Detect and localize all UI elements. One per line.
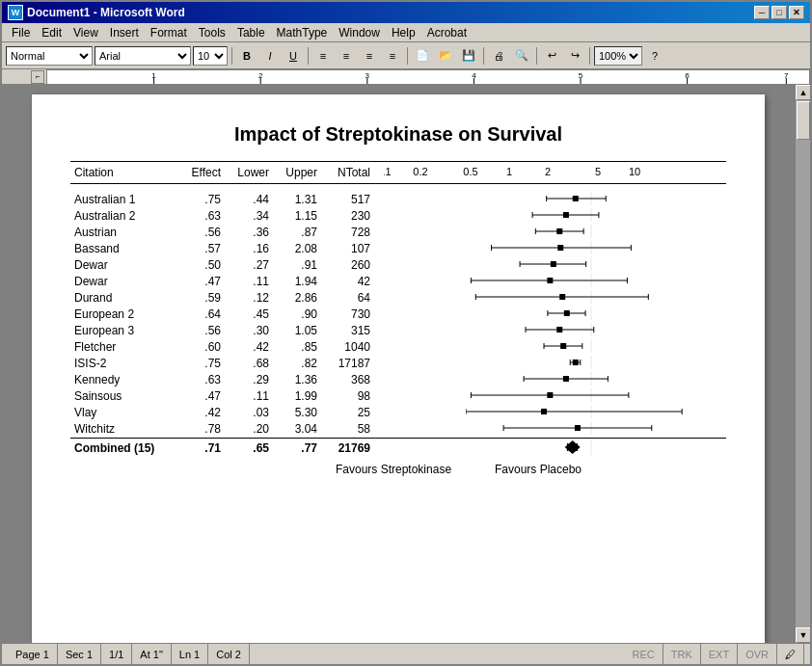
menu-mathtype[interactable]: MathType	[271, 24, 334, 41]
cell-ntotal: 107	[321, 241, 374, 257]
table-header-row: Citation Effect Lower Upper NTotal	[70, 162, 726, 184]
close-button[interactable]: ✕	[789, 6, 804, 19]
font-select[interactable]: Arial	[95, 46, 191, 66]
ruler-inner: 1 2 3 4 5 6 7	[46, 69, 810, 85]
print-preview-button[interactable]: 🔍	[511, 46, 532, 66]
minimize-button[interactable]: ─	[754, 6, 770, 19]
svg-text:0.5: 0.5	[463, 166, 477, 177]
forest-plot-row-svg	[466, 306, 726, 320]
cell-combined-upper: .77	[273, 438, 321, 459]
vertical-scrollbar[interactable]: ▲ ▼	[795, 85, 810, 643]
zoom-select[interactable]: 100%	[594, 46, 642, 66]
cell-lower: .11	[225, 388, 273, 405]
forest-plot-row-svg	[466, 274, 726, 287]
menu-edit[interactable]: Edit	[36, 24, 68, 41]
maximize-button[interactable]: □	[771, 6, 787, 19]
cell-effect: .78	[176, 421, 225, 439]
status-col: Col 2	[208, 644, 250, 664]
cell-citation: Witchitz	[70, 421, 176, 439]
cell-lower: .12	[225, 290, 273, 306]
open-button[interactable]: 📂	[435, 46, 456, 66]
menu-tools[interactable]: Tools	[193, 24, 231, 41]
undo-button[interactable]: ↩	[541, 46, 562, 66]
cell-lower: .11	[225, 274, 273, 290]
svg-rect-81	[563, 376, 569, 382]
status-ovr: OVR	[738, 644, 777, 664]
status-sec: Sec 1	[58, 644, 101, 664]
align-right-button[interactable]: ≡	[359, 46, 380, 66]
table-row: Dewar .47 .11 1.94 42	[70, 274, 726, 290]
svg-rect-26	[573, 196, 579, 201]
scroll-up-button[interactable]: ▲	[796, 85, 810, 100]
table-row: Australian 1 .75 .44 1.31 517	[70, 192, 726, 208]
cell-upper: 1.05	[273, 323, 321, 339]
save-button[interactable]: 💾	[458, 46, 479, 66]
cell-plot	[374, 290, 726, 306]
redo-button[interactable]: ↪	[564, 46, 585, 66]
cell-upper: .82	[273, 356, 321, 372]
menu-acrobat[interactable]: Acrobat	[421, 24, 473, 41]
cell-combined-plot	[374, 438, 726, 459]
cell-citation: Kennedy	[70, 372, 176, 388]
svg-rect-76	[573, 360, 579, 365]
align-center-button[interactable]: ≡	[336, 46, 357, 66]
new-button[interactable]: 📄	[412, 46, 433, 66]
cell-effect: .75	[176, 192, 225, 208]
cell-ntotal: 730	[321, 306, 374, 323]
scroll-down-button[interactable]: ▼	[796, 627, 810, 643]
scroll-thumb[interactable]	[797, 101, 810, 140]
help-button[interactable]: ?	[644, 46, 665, 66]
scroll-track[interactable]	[796, 100, 810, 627]
svg-rect-41	[557, 245, 563, 251]
cell-upper: .85	[273, 339, 321, 356]
forest-plot-row-svg	[466, 241, 726, 254]
forest-plot-row-svg	[466, 372, 726, 386]
cell-plot	[374, 421, 726, 439]
doc-scroll-container: Impact of Streptokinase on Survival Cita…	[2, 85, 810, 643]
menu-insert[interactable]: Insert	[104, 24, 145, 41]
svg-text:10: 10	[629, 166, 640, 177]
cell-effect: .60	[176, 339, 225, 356]
bold-button[interactable]: B	[236, 46, 257, 66]
status-ln: Ln 1	[172, 644, 208, 664]
cell-citation: Dewar	[70, 274, 176, 290]
cell-plot	[374, 339, 726, 356]
svg-text:5: 5	[579, 71, 583, 80]
svg-rect-86	[547, 392, 553, 398]
svg-rect-91	[541, 409, 547, 414]
forest-plot-row-svg	[466, 405, 726, 418]
table-row: Vlay .42 .03 5.30 25	[70, 405, 726, 421]
cell-effect: .50	[176, 257, 225, 274]
cell-ntotal: 58	[321, 421, 374, 439]
table-row: Witchitz .78 .20 3.04 58	[70, 421, 726, 439]
cell-upper: .87	[273, 225, 321, 241]
status-ext: EXT	[701, 644, 738, 664]
menu-table[interactable]: Table	[231, 24, 271, 41]
cell-ntotal: 260	[321, 257, 374, 274]
align-left-button[interactable]: ≡	[312, 46, 334, 66]
header-ntotal: NTotal	[321, 162, 374, 184]
menu-help[interactable]: Help	[386, 24, 421, 41]
favours-streptokinase: Favours Streptokinase	[336, 463, 451, 476]
cell-citation: Australian 2	[70, 208, 176, 225]
menu-window[interactable]: Window	[333, 24, 386, 41]
favours-labels: Favours Streptokinase Favours Placebo	[70, 463, 582, 476]
cell-effect: .64	[176, 306, 225, 323]
cell-effect: .47	[176, 388, 225, 405]
italic-button[interactable]: I	[259, 46, 281, 66]
cell-lower: .44	[225, 192, 273, 208]
menu-file[interactable]: File	[6, 24, 36, 41]
style-select[interactable]: Normal	[6, 46, 93, 66]
cell-upper: 1.94	[273, 274, 321, 290]
menu-format[interactable]: Format	[145, 24, 193, 41]
cell-upper: 1.15	[273, 208, 321, 225]
print-button[interactable]: 🖨	[488, 46, 509, 66]
justify-button[interactable]: ≡	[382, 46, 403, 66]
font-size-select[interactable]: 10	[193, 46, 228, 66]
underline-button[interactable]: U	[283, 46, 304, 66]
svg-text:2: 2	[258, 71, 263, 80]
menu-view[interactable]: View	[68, 24, 104, 41]
ruler: ⌐ 1 2 3 4 5 6 7	[2, 69, 810, 85]
header-citation: Citation	[70, 162, 176, 184]
table-row: Bassand .57 .16 2.08 107	[70, 241, 726, 257]
